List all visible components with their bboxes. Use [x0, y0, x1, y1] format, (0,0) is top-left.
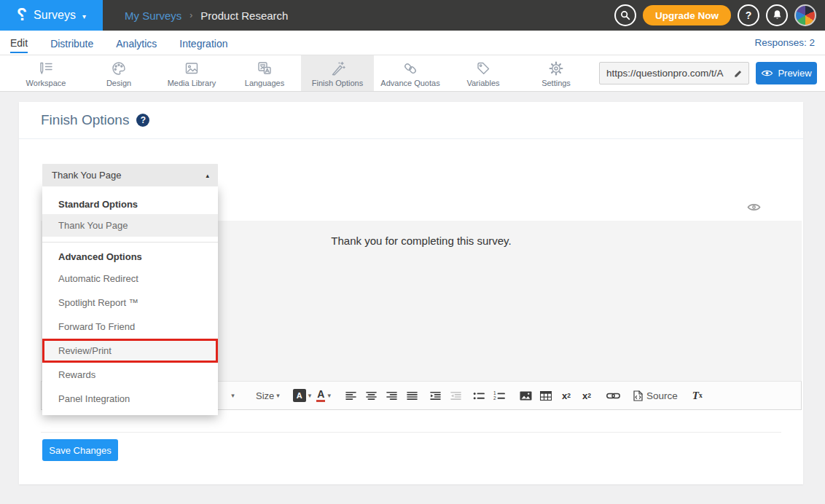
tab-integration[interactable]: Integration: [179, 34, 227, 52]
ribbon-tab-design[interactable]: Design: [82, 55, 155, 91]
numbered-list-button[interactable]: 12: [493, 386, 506, 405]
ribbon-tab-media-library[interactable]: Media Library: [155, 55, 228, 91]
selected-option-label: Thank You Page: [52, 170, 121, 181]
questionpro-logo-icon: ?: [17, 7, 27, 23]
menu-item-review-print[interactable]: Review/Print: [42, 339, 218, 363]
settings-icon: [547, 60, 565, 77]
justify-button[interactable]: [405, 386, 418, 405]
notifications-button[interactable]: [766, 4, 788, 26]
preview-eye-icon: [761, 68, 773, 78]
questionpro-app: ? Surveys ▾ My Surveys › Product Researc…: [0, 0, 825, 504]
align-right-icon: [386, 391, 397, 401]
ribbon-tab-variables[interactable]: Variables: [447, 55, 520, 91]
align-right-button[interactable]: [385, 386, 398, 405]
align-left-button[interactable]: [344, 386, 357, 405]
survey-url-input[interactable]: [606, 68, 733, 79]
text-color-button[interactable]: A▾: [316, 386, 331, 405]
menu-item-rewards[interactable]: Rewards: [42, 363, 218, 387]
breadcrumb: My Surveys › Product Research: [125, 9, 288, 22]
finish-options-panel: Finish Options ? Thank you for completin…: [19, 102, 803, 484]
format-dropdown-caret[interactable]: ▾: [225, 386, 238, 405]
justify-icon: [407, 391, 418, 401]
finish-option-select[interactable]: Thank You Page ▴: [42, 164, 218, 186]
thank-you-message: Thank you for completing this survey.: [331, 235, 511, 247]
finish-option-menu: Standard Options Thank You Page Advanced…: [42, 186, 218, 415]
ribbon-tab-finish-options[interactable]: Finish Options: [301, 55, 374, 91]
numbered-list-icon: 12: [493, 391, 505, 401]
svg-text:2: 2: [493, 395, 496, 401]
chevron-down-icon: ▾: [82, 12, 86, 20]
media-library-icon: [183, 60, 200, 77]
breadcrumb-separator-icon: ›: [189, 10, 192, 20]
menu-item-forward-to-friend[interactable]: Forward To Friend: [42, 315, 218, 339]
font-size-dropdown[interactable]: Size▾: [256, 386, 280, 405]
tab-analytics[interactable]: Analytics: [116, 34, 157, 52]
indent-icon: [430, 391, 441, 401]
visibility-eye-icon[interactable]: [747, 202, 761, 212]
link-icon: [606, 392, 620, 400]
responses-count[interactable]: Responses: 2: [754, 37, 815, 48]
search-button[interactable]: [614, 4, 636, 26]
menu-group-advanced-options: Advanced Options: [42, 248, 218, 267]
languages-icon: [256, 60, 273, 77]
ribbon-tab-settings[interactable]: Settings: [520, 55, 593, 91]
top-bar: ? Surveys ▾ My Surveys › Product Researc…: [0, 0, 825, 31]
survey-nav: Edit Distribute Analytics Integration Re…: [0, 31, 825, 55]
remove-format-button[interactable]: Tx: [691, 386, 704, 405]
tab-edit[interactable]: Edit: [10, 33, 28, 53]
menu-group-standard-options: Standard Options: [42, 195, 218, 214]
outdent-icon: [450, 391, 461, 401]
source-button[interactable]: Source: [633, 386, 678, 405]
menu-divider: [42, 242, 218, 243]
save-changes-button[interactable]: Save Changes: [42, 439, 118, 461]
product-switcher[interactable]: ? Surveys ▾: [0, 0, 103, 31]
finish-options-icon: [329, 60, 346, 77]
indent-button[interactable]: [429, 386, 442, 405]
menu-item-panel-integration[interactable]: Panel Integration: [42, 387, 218, 411]
user-avatar[interactable]: [794, 4, 816, 26]
source-doc-icon: [633, 390, 643, 401]
bell-icon: [772, 9, 783, 21]
align-center-icon: [366, 391, 377, 401]
insert-image-button[interactable]: [519, 386, 532, 405]
superscript-button[interactable]: x2: [580, 386, 593, 405]
background-color-button[interactable]: A▾: [293, 386, 312, 405]
design-icon: [110, 60, 128, 77]
image-icon: [520, 391, 532, 401]
product-name: Surveys: [34, 9, 76, 22]
workspace-icon: [37, 60, 55, 77]
ribbon-tab-workspace[interactable]: Workspace: [9, 55, 82, 91]
bulleted-list-icon: [473, 391, 485, 401]
align-center-button[interactable]: [364, 386, 378, 405]
insert-table-button[interactable]: [539, 386, 552, 405]
table-icon: [540, 391, 552, 401]
outdent-button[interactable]: [449, 386, 462, 405]
ribbon-tab-languages[interactable]: Languages: [228, 55, 301, 91]
align-left-icon: [345, 391, 356, 401]
tab-distribute[interactable]: Distribute: [50, 34, 93, 52]
menu-item-spotlight-report[interactable]: Spotlight Report ™: [42, 291, 218, 315]
page-help-icon[interactable]: ?: [136, 114, 149, 127]
ribbon-tab-advance-quotas[interactable]: Advance Quotas: [374, 55, 447, 91]
top-actions: Upgrade Now ?: [614, 4, 825, 26]
edit-ribbon: Workspace Design Media Library Languages…: [0, 55, 825, 92]
edit-url-pencil-icon[interactable]: [733, 68, 743, 79]
page-title: Finish Options: [41, 112, 129, 128]
menu-item-automatic-redirect[interactable]: Automatic Redirect: [42, 267, 218, 291]
help-button[interactable]: ?: [738, 4, 759, 26]
panel-header: Finish Options ?: [19, 102, 803, 139]
bulleted-list-button[interactable]: [472, 386, 485, 405]
search-icon: [619, 9, 631, 21]
insert-link-button[interactable]: [606, 386, 620, 405]
menu-item-thank-you-page[interactable]: Thank You Page: [42, 214, 218, 237]
breadcrumb-my-surveys[interactable]: My Surveys: [125, 9, 181, 22]
preview-button[interactable]: Preview: [756, 62, 817, 84]
variables-icon: [474, 60, 492, 77]
survey-url-box: [599, 62, 749, 84]
subscript-button[interactable]: x2: [560, 386, 573, 405]
breadcrumb-current: Product Research: [200, 9, 288, 22]
question-icon: ?: [746, 9, 752, 21]
chevron-up-icon: ▴: [206, 172, 209, 179]
footer-divider: [41, 432, 781, 433]
upgrade-now-button[interactable]: Upgrade Now: [643, 5, 731, 25]
